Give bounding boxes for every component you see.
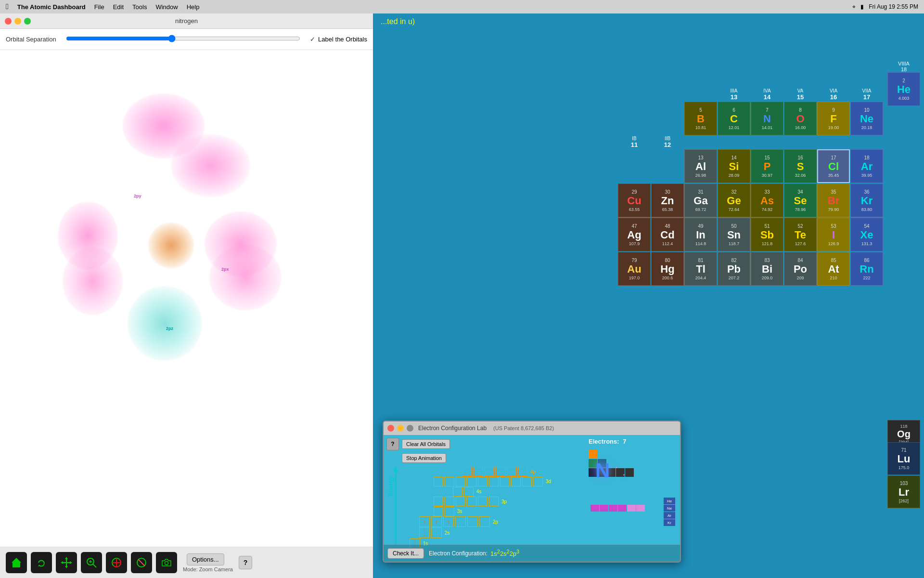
orbital-3d-box-8[interactable] xyxy=(511,477,521,486)
element-rn[interactable]: 86 Rn 222 xyxy=(850,252,883,286)
clear-orbitals-button[interactable]: Clear All Orbitals xyxy=(402,439,450,449)
element-au[interactable]: 79 Au 197.0 xyxy=(618,252,651,286)
element-p[interactable]: 15 P 30.97 xyxy=(751,149,783,183)
ecl-pink-tile-6[interactable] xyxy=(636,505,645,512)
orbital-3d-box-3[interactable] xyxy=(456,477,465,486)
toolbar-help-button[interactable]: ? xyxy=(239,556,252,569)
ecl-ne-tile[interactable]: Ne xyxy=(664,505,675,512)
ecl-he-tile[interactable]: He xyxy=(664,498,675,504)
ecl-help-button[interactable]: ? xyxy=(386,438,399,450)
wifi-icon[interactable]: ⌖ xyxy=(852,3,856,10)
edit-menu[interactable]: Edit xyxy=(113,3,124,11)
element-c[interactable]: 6 C 12.01 xyxy=(718,102,750,135)
ecl-pink-tile-3[interactable] xyxy=(609,505,617,512)
orbital-4p-box-4[interactable] xyxy=(496,467,505,476)
window-menu[interactable]: Window xyxy=(155,3,178,11)
ecl-min-button[interactable] xyxy=(397,425,404,432)
orbital-2p-box-4[interactable] xyxy=(455,516,466,527)
orbital-4p-box-3[interactable] xyxy=(485,467,494,476)
element-n[interactable]: 7 N 14.01 xyxy=(751,102,783,135)
element-f[interactable]: 9 F 19.00 xyxy=(817,102,850,135)
apple-menu[interactable]:  xyxy=(6,2,9,11)
element-lu[interactable]: 71 Lu 175.0 xyxy=(887,442,920,475)
orbital-2p-box-1[interactable]: ↑ xyxy=(419,516,430,527)
element-si[interactable]: 14 Si 28.09 xyxy=(718,149,750,183)
element-ag[interactable]: 47 Ag 107.9 xyxy=(618,218,651,251)
orbital-3p-box-2[interactable] xyxy=(445,497,454,506)
element-as[interactable]: 33 As 74.92 xyxy=(751,184,783,217)
element-se[interactable]: 34 Se 78.96 xyxy=(784,184,817,217)
ecl-max-button[interactable] xyxy=(407,425,413,432)
element-xe[interactable]: 54 Xe 131.3 xyxy=(850,218,883,251)
close-button[interactable] xyxy=(5,18,12,25)
element-zn[interactable]: 30 Zn 65.38 xyxy=(651,184,684,217)
orbital-2s-box-1[interactable]: ↑ ↓ xyxy=(419,527,430,538)
orbital-3d-box-6[interactable] xyxy=(489,477,499,486)
translate-tool[interactable] xyxy=(56,552,77,573)
element-b[interactable]: 5 B 10.81 xyxy=(684,102,717,135)
element-sb[interactable]: 51 Sb 121.8 xyxy=(751,218,783,251)
orbital-2p-box-5[interactable] xyxy=(467,516,478,527)
file-menu[interactable]: File xyxy=(94,3,104,11)
orbital-4p-box-5[interactable] xyxy=(507,467,516,476)
element-in[interactable]: 49 In 114.8 xyxy=(684,218,717,251)
element-tl[interactable]: 81 Tl 204.4 xyxy=(684,252,717,286)
orbital-3d-box-7[interactable] xyxy=(500,477,510,486)
orbital-3p-box-3[interactable] xyxy=(456,497,465,506)
options-button[interactable]: Options... xyxy=(187,553,224,565)
home-tool[interactable] xyxy=(6,552,27,573)
rotate-tool[interactable] xyxy=(31,552,52,573)
ecl-tile-orange[interactable] xyxy=(589,450,597,459)
element-s[interactable]: 16 S 32.06 xyxy=(784,149,817,183)
check-it-button[interactable]: Check It... xyxy=(387,548,424,559)
ecl-pink-tile-4[interactable] xyxy=(618,505,627,512)
ecl-pink-tile-5[interactable] xyxy=(627,505,636,512)
maximize-button[interactable] xyxy=(24,18,31,25)
help-menu[interactable]: Help xyxy=(187,3,200,11)
stop-tool[interactable] xyxy=(131,552,152,573)
element-cd[interactable]: 48 Cd 112.4 xyxy=(651,218,684,251)
element-br[interactable]: 35 Br 79.90 xyxy=(817,184,850,217)
ecl-close-button[interactable] xyxy=(387,425,394,432)
orbital-3p-box-5[interactable] xyxy=(478,497,488,506)
minimize-button[interactable] xyxy=(14,18,21,25)
orbital-3d-box-9[interactable] xyxy=(522,477,532,486)
battery-icon[interactable]: ▮ xyxy=(860,3,864,10)
tools-menu[interactable]: Tools xyxy=(132,3,147,11)
ecl-pink-tile-2[interactable] xyxy=(600,505,608,512)
stop-animation-button[interactable]: Stop Animation xyxy=(402,453,446,463)
orbital-3p-box-4[interactable] xyxy=(467,497,476,506)
element-hg[interactable]: 80 Hg 200.6 xyxy=(651,252,684,286)
orbital-3s-box-1[interactable] xyxy=(434,507,443,516)
element-al[interactable]: 13 Al 26.98 xyxy=(684,149,717,183)
orbital-4p-box-1[interactable] xyxy=(462,467,472,476)
orbital-3s-box-2[interactable] xyxy=(445,507,454,516)
element-at[interactable]: 85 At 210 xyxy=(817,252,850,286)
element-o[interactable]: 8 O 16.00 xyxy=(784,102,817,135)
ecl-kr-tile[interactable]: Kr xyxy=(664,519,675,526)
orbital-2p-box-2[interactable]: ↑ xyxy=(431,516,442,527)
camera-tool[interactable] xyxy=(156,552,177,573)
orbital-4p-box-2[interactable] xyxy=(474,467,483,476)
orbital-2p-box-3[interactable]: ↑ xyxy=(443,516,454,527)
element-kr[interactable]: 36 Kr 83.80 xyxy=(850,184,883,217)
orbital-3d-box-5[interactable] xyxy=(478,477,488,486)
ecl-ar-tile[interactable]: Ar xyxy=(664,512,675,519)
element-cu[interactable]: 29 Cu 63.55 xyxy=(618,184,651,217)
element-bi[interactable]: 83 Bi 209.0 xyxy=(751,252,783,286)
orbital-4s-box-2[interactable] xyxy=(464,487,474,497)
element-po[interactable]: 84 Po 209 xyxy=(784,252,817,286)
orbital-3d-box-1[interactable] xyxy=(434,477,443,486)
orbital-4s-box-1[interactable] xyxy=(453,487,462,497)
element-pb[interactable]: 82 Pb 207.2 xyxy=(718,252,750,286)
orbital-2p-box-6[interactable] xyxy=(479,516,490,527)
element-ar[interactable]: 18 Ar 39.95 xyxy=(850,149,883,183)
element-ne[interactable]: 10 Ne 20.18 xyxy=(850,102,883,135)
orbital-3p-box-6[interactable] xyxy=(489,497,499,506)
zoom-tool[interactable] xyxy=(81,552,102,573)
ecl-pink-tile-1[interactable] xyxy=(590,505,599,512)
orbital-2s-box-2[interactable] xyxy=(431,527,442,538)
element-ga[interactable]: 31 Ga 69.72 xyxy=(684,184,717,217)
orbital-separation-slider[interactable] xyxy=(66,35,300,42)
orbital-3d-box-2[interactable] xyxy=(445,477,454,486)
